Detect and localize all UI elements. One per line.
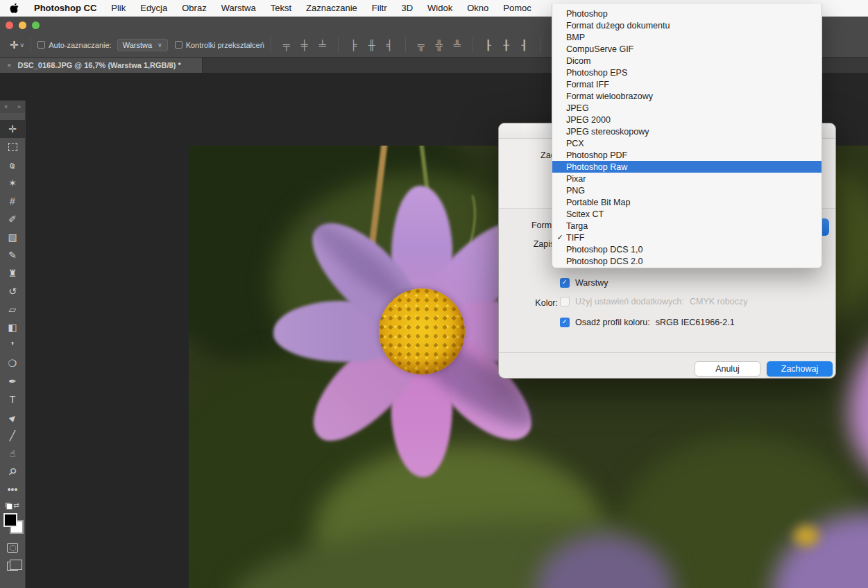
extra-settings-checkbox[interactable] [560,297,570,306]
format-option-portable-bit-map[interactable]: Portable Bit Map [552,196,822,208]
format-option-png[interactable]: PNG [552,184,822,196]
eraser-tool[interactable]: ▱ [0,300,25,318]
menu-item-edycja[interactable]: Edycja [140,3,167,13]
distribute-bottom-icon[interactable]: ╩ [448,40,466,51]
eyedropper-tool[interactable]: ✐ [0,210,25,228]
zoom-tool[interactable]: ⚲ [0,462,25,481]
menu-item-widok[interactable]: Widok [427,3,452,13]
align-left-icon[interactable]: ╞ [345,40,363,51]
screen-mode-button[interactable] [0,557,25,575]
zoom-window-button[interactable] [32,21,40,29]
default-colors-icon[interactable] [6,503,10,508]
transform-controls-checkbox[interactable] [175,41,182,49]
format-option-compuserve-gif[interactable]: CompuServe GIF [552,43,822,55]
close-tab-icon[interactable]: × [7,61,11,69]
checkmark-icon: ✓ [554,233,566,242]
clone-stamp-tool[interactable]: ♜ [0,264,25,282]
format-option-pixar[interactable]: Pixar [552,173,822,184]
menu-item-filtr[interactable]: Filtr [372,3,387,13]
line-tool[interactable]: ╱ [0,426,25,444]
format-option-jpeg-2000[interactable]: JPEG 2000 [552,114,822,126]
format-option-targa[interactable]: Targa [552,220,822,232]
auto-select-target-value: Warstwa [123,41,152,49]
format-option-photoshop-eps[interactable]: Photoshop EPS [552,67,822,78]
clone-stamp-tool-icon: ♜ [8,268,17,279]
menu-item-obraz[interactable]: Obraz [182,3,206,13]
swap-colors-icon[interactable]: ⇄ [13,501,19,509]
format-option-format-iff[interactable]: Format IFF [552,78,822,90]
color-swatches [0,511,25,539]
format-option-bmp[interactable]: BMP [552,31,822,43]
align-center-icon[interactable]: ╫ [363,40,381,51]
menu-item-okno[interactable]: Okno [467,3,488,13]
close-window-button[interactable] [6,21,13,29]
document-tab[interactable]: × DSC_0168.JPG @ 16,7% (Warstwa 1,RGB/8)… [0,58,203,73]
format-option-format-wieloobrazowy[interactable]: Format wieloobrazowy [552,90,822,102]
quick-mask-icon [7,543,18,553]
format-option-scitex-ct[interactable]: Scitex CT [552,208,822,220]
quick-selection-tool-icon: ✶ [8,178,17,189]
menu-item-tekst[interactable]: Tekst [271,3,291,13]
align-bottom-icon[interactable]: ╧ [314,40,332,51]
move-tool[interactable]: ✛ [0,120,25,138]
tool-preset-chevron-icon[interactable]: ∨ [20,42,25,49]
toolbar-options[interactable]: ••• [0,481,25,499]
format-option-photoshop-pdf[interactable]: Photoshop PDF [552,149,822,161]
zoom-tool-icon: ⚲ [6,465,19,478]
apple-icon[interactable] [10,3,19,14]
eyedropper-tool-icon: ✐ [8,214,17,225]
menu-item-zaznaczanie[interactable]: Zaznaczanie [306,3,357,13]
menu-item-3d[interactable]: 3D [401,3,413,13]
format-option-photoshop-dcs-2-0[interactable]: Photoshop DCS 2.0 [552,255,822,267]
auto-select-target-dropdown[interactable]: Warstwa ∨ [117,39,168,51]
save-button[interactable]: Zachowaj [767,361,833,377]
distribute-middle-icon[interactable]: ╬ [430,40,448,51]
extra-settings-label: Użyj ustawień dodatkowych: [575,297,684,306]
distribute-center-icon[interactable]: ╂ [497,40,516,51]
rectangular-marquee-tool[interactable] [0,138,25,156]
move-tool-icon[interactable]: ✛ [10,39,19,51]
type-tool[interactable]: T [0,390,25,408]
quick-mask-button[interactable] [0,539,25,557]
format-option-photoshop[interactable]: Photoshop [552,8,822,19]
pen-tool[interactable]: ✒ [0,372,25,390]
blur-tool[interactable]: ❜ [0,336,25,354]
align-middle-icon[interactable]: ╪ [296,40,314,51]
menu-item-plik[interactable]: Plik [111,3,126,13]
hand-tool[interactable]: ☝ [0,444,25,462]
crop-tool[interactable]: # [0,192,25,210]
dodge-tool[interactable]: ❍ [0,354,25,372]
foreground-color-swatch[interactable] [3,513,17,527]
path-selection-tool[interactable]: ▶ [0,408,25,426]
format-option-photoshop-raw[interactable]: Photoshop Raw [552,161,822,173]
gradient-tool[interactable]: ◧ [0,318,25,336]
format-option-jpeg-stereoskopowy[interactable]: JPEG stereoskopowy [552,126,822,137]
minimize-window-button[interactable] [19,21,26,29]
history-brush-tool[interactable]: ↺ [0,282,25,300]
format-option-photoshop-dcs-1-0[interactable]: Photoshop DCS 1,0 [552,243,822,255]
eraser-tool-icon: ▱ [9,304,17,315]
app-menu-title[interactable]: Photoshop CC [34,3,96,13]
spot-healing-brush-tool[interactable]: ▧ [0,228,25,246]
distribute-top-icon[interactable]: ╦ [412,40,430,51]
format-option-pcx[interactable]: PCX [552,137,822,149]
menu-item-warstwa[interactable]: Warstwa [221,3,256,13]
format-option-jpeg[interactable]: JPEG [552,102,822,114]
brush-tool[interactable]: ✎ [0,246,25,264]
format-option-dicom[interactable]: Dicom [552,55,822,67]
align-top-icon[interactable]: ╤ [278,40,296,51]
layers-checkbox[interactable] [560,278,570,288]
embed-profile-checkbox[interactable] [560,318,570,327]
distribute-right-icon[interactable]: ┨ [516,40,534,51]
align-right-icon[interactable]: ╡ [381,40,399,51]
menu-item-pomoc[interactable]: Pomoc [503,3,531,13]
cancel-button[interactable]: Anuluj [695,361,760,377]
distribute-left-icon[interactable]: ┠ [479,40,497,51]
auto-select-checkbox[interactable] [37,41,45,49]
collapse-panel-icon[interactable]: × [4,103,8,110]
quick-selection-tool[interactable]: ✶ [0,174,25,192]
expand-panel-icon[interactable]: » [17,103,21,110]
format-option-format-du-ego-dokumentu[interactable]: Format dużego dokumentu [552,19,822,31]
format-option-tiff[interactable]: ✓TIFF [552,232,822,243]
lasso-tool[interactable]: ҩ [0,156,25,174]
